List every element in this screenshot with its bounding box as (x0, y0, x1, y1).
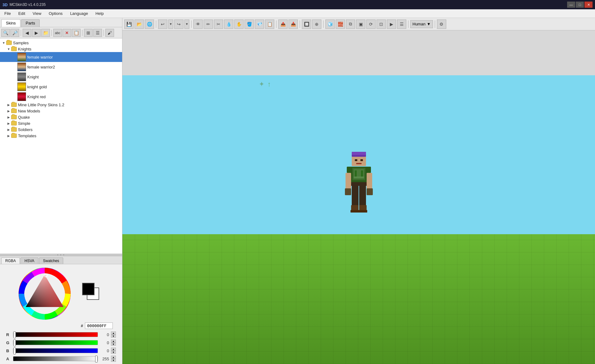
color-tab-hsva[interactable]: HSVA (20, 257, 38, 264)
blue-up[interactable]: ▲ (111, 348, 116, 351)
zoom-in-button[interactable]: 🔎 (11, 29, 19, 37)
download-button[interactable]: 📥 (289, 20, 298, 29)
tree-item-quake[interactable]: ▶ Quake (0, 114, 122, 120)
forward-button[interactable]: ▶ (32, 29, 41, 37)
expand-samples[interactable]: ▼ (1, 40, 6, 45)
blue-down[interactable]: ▼ (111, 351, 116, 354)
red-slider[interactable] (13, 332, 98, 337)
tree-item-simple[interactable]: ▶ Simple (0, 120, 122, 126)
3d-view-3[interactable]: ⧉ (346, 20, 355, 29)
alpha-up[interactable]: ▲ (111, 356, 116, 359)
tree-item-female-warrior[interactable]: female warrior (0, 52, 122, 62)
web-button[interactable]: 🌐 (145, 20, 154, 29)
eraser-button[interactable]: ✂ (214, 20, 223, 29)
bone-icon[interactable]: ✦ (259, 80, 264, 88)
expand-templates[interactable]: ▶ (6, 133, 11, 138)
tree-item-knight[interactable]: Knight (0, 72, 122, 82)
delete-button[interactable]: ✕ (63, 29, 71, 37)
dropper-button[interactable]: 💧 (224, 20, 233, 29)
blue-slider[interactable] (13, 348, 98, 353)
expand-mlp[interactable]: ▶ (6, 102, 11, 107)
redo-dropdown[interactable]: ▼ (184, 20, 189, 29)
tab-skins[interactable]: Skins (1, 19, 20, 27)
color-tab-rgba[interactable]: RGBA (1, 257, 20, 264)
open-button[interactable]: 📂 (134, 20, 144, 29)
sliders-area: R 0 ▲ ▼ G (3, 331, 119, 364)
3d-view-2[interactable]: 🧱 (336, 20, 345, 29)
skin-toolbar: 🔍 🔎 ◀ ▶ 📁 abc ✕ 📋 ⊞ ☰ 🖌 (0, 27, 122, 38)
redo-button[interactable]: ↪ (174, 20, 183, 29)
expand-quake[interactable]: ▶ (6, 115, 11, 120)
rename-button[interactable]: abc (53, 29, 62, 37)
3d-view-5[interactable]: ⟳ (366, 20, 376, 29)
tree-item-samples[interactable]: ▼ Samples (0, 40, 122, 46)
undo-button[interactable]: ↩ (158, 20, 167, 29)
settings-button[interactable]: ⚙ (437, 20, 446, 29)
tree-item-knight-gold[interactable]: knight gold (0, 82, 122, 92)
viewport[interactable]: ✦ ↑ (122, 30, 595, 364)
red-down[interactable]: ▼ (111, 335, 116, 338)
3d-view-8[interactable]: ☰ (397, 20, 406, 29)
tree-item-knights[interactable]: ▼ Knights (0, 46, 122, 52)
tree-item-knight-red[interactable]: Knight red (0, 92, 122, 102)
zoom-out-button[interactable]: 🔍 (1, 29, 10, 37)
tree-item-new-models[interactable]: ▶ New Models (0, 108, 122, 114)
menu-help[interactable]: Help (92, 10, 107, 17)
alpha-slider[interactable] (13, 356, 98, 361)
arrow-up-icon[interactable]: ↑ (267, 80, 271, 88)
3d-view-1[interactable]: 🧊 (325, 20, 335, 29)
expand-new-models[interactable]: ▶ (6, 108, 11, 113)
alpha-down[interactable]: ▼ (111, 359, 116, 362)
save-button[interactable]: 💾 (124, 20, 134, 29)
open-folder-button[interactable]: 📁 (41, 29, 50, 37)
hex-input[interactable] (85, 322, 113, 329)
color-wheel-wrapper[interactable] (18, 267, 71, 320)
back-button[interactable]: ◀ (23, 29, 31, 37)
tree-item-soldiers[interactable]: ▶ Soldiers (0, 126, 122, 133)
label-knight-gold: knight gold (27, 85, 47, 89)
red-up[interactable]: ▲ (111, 331, 116, 335)
undo-dropdown[interactable]: ▼ (168, 20, 173, 29)
noise-button[interactable]: 💎 (255, 20, 264, 29)
green-slider[interactable] (13, 340, 98, 345)
menu-edit[interactable]: Edit (15, 10, 28, 17)
close-button[interactable]: ✕ (584, 2, 593, 8)
maximize-button[interactable]: □ (576, 2, 584, 8)
menu-view[interactable]: View (29, 10, 44, 17)
expand-knights[interactable]: ▼ (6, 46, 11, 51)
model-selector[interactable]: Human ▼ (410, 20, 433, 28)
foreground-color-swatch[interactable] (82, 283, 95, 295)
upload-button[interactable]: 📤 (278, 20, 288, 29)
menu-options[interactable]: Options (46, 10, 66, 17)
expand-soldiers[interactable]: ▶ (6, 127, 11, 132)
color-swatches-fg-bg[interactable] (82, 283, 104, 305)
clone-button[interactable]: 📋 (72, 29, 81, 37)
paint-button[interactable]: 🖌 (105, 29, 114, 37)
menu-language[interactable]: Language (67, 10, 91, 17)
expand-simple[interactable]: ▶ (6, 121, 11, 126)
tree-item-templates[interactable]: ▶ Templates (0, 133, 122, 139)
green-up[interactable]: ▲ (111, 340, 116, 343)
tab-parts[interactable]: Parts (21, 19, 40, 27)
menu-file[interactable]: File (1, 10, 14, 17)
3d-view-7[interactable]: ▶ (387, 20, 396, 29)
viewport-3d[interactable]: ✦ ↑ (122, 75, 595, 364)
tree-item-mlp[interactable]: ▶ Mine Little Pony Skins 1.2 (0, 102, 122, 108)
minimize-button[interactable]: — (567, 2, 575, 8)
grid-view-button[interactable]: ⊞ (84, 29, 93, 37)
pencil-button[interactable]: ✏ (204, 20, 213, 29)
eye-button[interactable]: 👁 (193, 20, 203, 29)
list-view-button[interactable]: ☰ (93, 29, 102, 37)
color-tab-swatches[interactable]: Swatches (39, 257, 63, 264)
3d-view-6[interactable]: ⊡ (377, 20, 386, 29)
skin-tree[interactable]: ▼ Samples ▼ Knights female warrior femal (0, 38, 122, 254)
grid-button[interactable]: ⊕ (312, 20, 321, 29)
tree-item-female-warrior2[interactable]: female warrior2 (0, 62, 122, 72)
wand-button[interactable]: ✋ (234, 20, 244, 29)
fill-button[interactable]: 🪣 (245, 20, 254, 29)
green-down[interactable]: ▼ (111, 343, 116, 346)
select-button[interactable]: 🔲 (302, 20, 311, 29)
color-wheel-svg[interactable] (18, 267, 71, 320)
3d-view-4[interactable]: ▣ (356, 20, 365, 29)
stamp-button[interactable]: 📋 (265, 20, 274, 29)
